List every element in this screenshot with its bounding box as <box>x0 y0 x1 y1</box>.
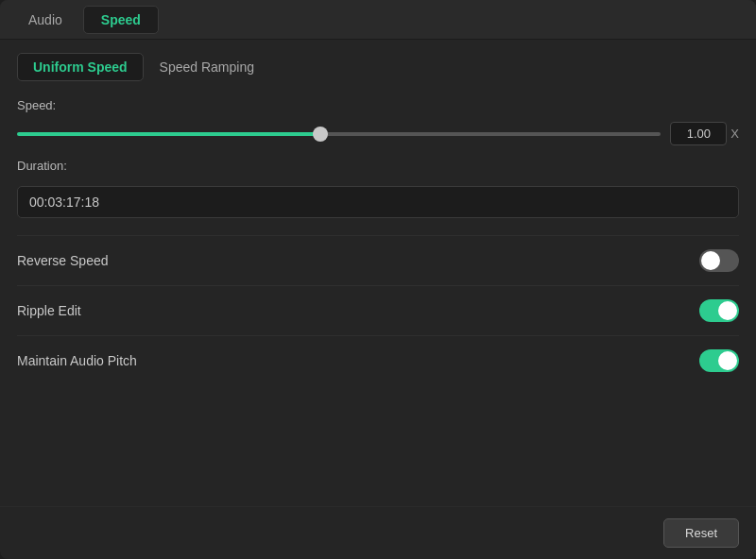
speed-label: Speed: <box>17 98 739 112</box>
tab-speed[interactable]: Speed <box>83 6 159 34</box>
speed-slider-container <box>17 125 661 144</box>
maintain-pitch-label: Maintain Audio Pitch <box>17 353 137 368</box>
subtab-uniform-speed[interactable]: Uniform Speed <box>17 53 144 81</box>
spacer <box>17 385 739 493</box>
speed-input-group: X <box>670 122 739 145</box>
speed-section: Speed: X <box>17 98 739 145</box>
maintain-pitch-knob <box>718 351 737 370</box>
sub-tabs: Uniform Speed Speed Ramping <box>17 53 739 81</box>
ripple-edit-knob <box>718 301 737 320</box>
duration-input[interactable] <box>17 186 739 218</box>
speed-x-label[interactable]: X <box>730 127 739 141</box>
speed-row: X <box>17 122 739 145</box>
toggle-row-maintain-pitch: Maintain Audio Pitch <box>17 335 739 385</box>
toggle-row-ripple-edit: Ripple Edit <box>17 285 739 335</box>
tab-audio[interactable]: Audio <box>11 7 79 33</box>
speed-slider[interactable] <box>17 132 661 136</box>
speed-value-input[interactable] <box>670 122 727 145</box>
duration-label: Duration: <box>17 159 739 173</box>
ripple-edit-toggle[interactable] <box>699 299 739 322</box>
reset-button[interactable]: Reset <box>663 518 739 548</box>
subtab-speed-ramping[interactable]: Speed Ramping <box>144 53 270 81</box>
reverse-speed-toggle[interactable] <box>699 249 739 272</box>
reverse-speed-knob <box>701 251 720 270</box>
content-area: Uniform Speed Speed Ramping Speed: X Dur… <box>0 40 756 506</box>
toggle-row-reverse-speed: Reverse Speed <box>17 235 739 285</box>
ripple-edit-label: Ripple Edit <box>17 303 81 318</box>
duration-section: Duration: <box>17 159 739 218</box>
app-container: Audio Speed Uniform Speed Speed Ramping … <box>0 0 756 559</box>
maintain-pitch-toggle[interactable] <box>699 349 739 372</box>
reverse-speed-label: Reverse Speed <box>17 253 109 268</box>
top-tabs: Audio Speed <box>0 0 756 40</box>
footer: Reset <box>0 506 756 559</box>
